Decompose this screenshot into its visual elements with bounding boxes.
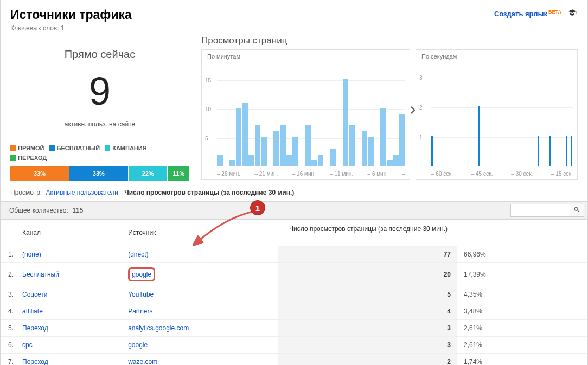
channel-link[interactable]: cpc — [22, 341, 33, 349]
pageviews-title: Просмотры страниц — [201, 35, 578, 46]
active-users-subtitle: активн. польз. на сайте — [10, 120, 189, 128]
channel-link[interactable]: affiliate — [22, 308, 43, 315]
source-link[interactable]: (direct) — [128, 251, 148, 258]
right-now-title: Прямо сейчас — [10, 48, 189, 61]
table-row: 2.Бесплатныйgoogle2017,39% — [1, 263, 587, 286]
callout-badge-1: 1 — [250, 200, 265, 215]
source-link[interactable]: Partners — [128, 308, 152, 315]
tab-active-users[interactable]: Активные пользователи — [46, 189, 118, 196]
realtime-panel: Прямо сейчас 9 активн. польз. на сайте П… — [10, 35, 195, 181]
search-icon — [573, 206, 580, 215]
pageviews-charts: Просмотры страниц По минутам 51015– 26 м… — [195, 35, 578, 181]
channel-link[interactable]: Соцсети — [22, 291, 48, 298]
table-row: 4.affiliatePartners43,48% — [1, 303, 587, 320]
col-channel[interactable]: Канал — [16, 220, 122, 246]
channel-link[interactable]: (none) — [22, 251, 41, 258]
table-row: 1.(none)(direct)7766,96% — [1, 246, 587, 263]
table-row: 6.cpcgoogle32,61% — [1, 337, 587, 354]
col-source[interactable]: Источник — [122, 220, 278, 246]
page-title: Источники трафика — [10, 8, 132, 22]
table-search-input[interactable] — [510, 204, 570, 217]
channel-link[interactable]: Переход — [22, 358, 48, 365]
col-metric[interactable]: Число просмотров страницы (за последние … — [278, 220, 457, 246]
active-users-count: 9 — [10, 72, 189, 111]
chart-per-minute: По минутам 51015– 26 мин.– 21 мин.– 16 м… — [201, 49, 410, 180]
create-shortcut-link[interactable]: Создать ярлыкБЕТА — [494, 9, 561, 18]
chart-split-handle[interactable] — [406, 104, 419, 117]
channel-breakdown-bar: 33%33%22%11% — [10, 166, 189, 181]
source-link[interactable]: analytics.google.com — [128, 324, 189, 332]
breakdown-segment: 33% — [69, 166, 129, 181]
breakdown-segment: 11% — [168, 166, 189, 181]
source-link[interactable]: google — [128, 341, 148, 349]
channel-legend: ПРЯМОЙ БЕСПЛАТНЫЙ КАМПАНИЯ ПЕРЕХОД — [10, 143, 189, 163]
tab-pageviews-30min[interactable]: Число просмотров страницы (за последние … — [124, 189, 294, 196]
source-link[interactable]: google — [128, 267, 155, 281]
education-icon[interactable] — [567, 9, 578, 19]
table-row: 7.Переходwaze.com21,74% — [1, 354, 587, 366]
channel-link[interactable]: Переход — [22, 324, 48, 332]
table-row: 5.Переходanalytics.google.com32,61% — [1, 320, 587, 337]
sort-arrow-down-icon: ↓ — [445, 234, 448, 240]
page-header: Источники трафика Ключевых слов: 1 Созда… — [1, 0, 587, 35]
page-subtitle: Ключевых слов: 1 — [10, 24, 132, 32]
sources-table: Канал Источник Число просмотров страницы… — [1, 220, 587, 365]
table-row: 3.СоцсетиYouTube54,35% — [1, 286, 587, 303]
channel-link[interactable]: Бесплатный — [22, 271, 59, 278]
table-search-button[interactable] — [570, 204, 584, 217]
source-link[interactable]: YouTube — [128, 291, 154, 298]
breakdown-segment: 33% — [10, 166, 69, 181]
view-tabs: Просмотр: Активные пользователи Число пр… — [1, 185, 587, 201]
chart-per-second: По секундам 123– 60 сек.– 45 сек.– 30 се… — [416, 49, 578, 180]
source-link[interactable]: waze.com — [128, 358, 157, 365]
table-topbar: Общее количество: 115 1 — [1, 201, 587, 220]
breakdown-segment: 22% — [129, 166, 168, 181]
